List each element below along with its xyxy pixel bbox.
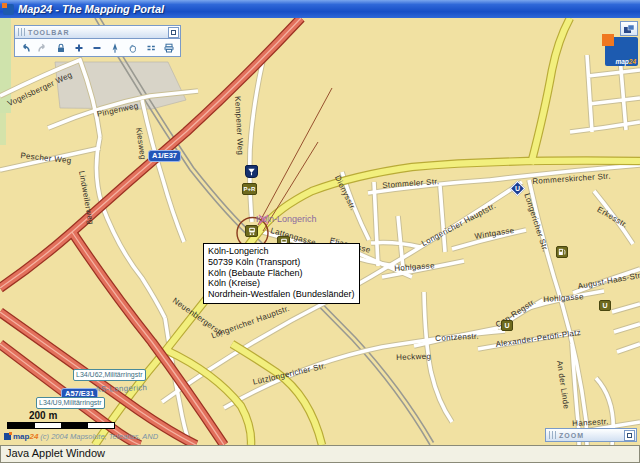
toolbar-buttons bbox=[14, 39, 181, 57]
toolbar-title: TOOLBAR bbox=[28, 29, 168, 36]
center-map-button[interactable] bbox=[107, 41, 123, 55]
subway-entrance-icon[interactable]: U bbox=[501, 320, 513, 331]
scale-label: 200 m bbox=[29, 410, 115, 421]
place-label-koeln-longerich: Köln-Longerich bbox=[256, 214, 317, 224]
map24-mini-logo bbox=[4, 433, 11, 440]
copyright: map 24 (c) 2004 Mapsolute, Teleatlas, AN… bbox=[4, 432, 158, 441]
copyright-text: (c) 2004 Mapsolute, Teleatlas, AND bbox=[40, 432, 158, 441]
logo-24-text: 24 bbox=[629, 58, 636, 65]
road-label-box: L34/U62,Militärringstr bbox=[73, 369, 146, 381]
overview-panel-button[interactable] bbox=[620, 21, 638, 36]
tooltip-line: 50739 Köln (Transport) bbox=[208, 257, 354, 268]
tooltip-line: Köln (Kreise) bbox=[208, 278, 354, 289]
toolbar-header[interactable]: TOOLBAR bbox=[14, 25, 181, 39]
drag-grip-icon[interactable] bbox=[18, 28, 25, 36]
app-icon bbox=[3, 4, 14, 15]
street-label: Heckweg bbox=[396, 352, 431, 362]
scale-bar-segments bbox=[7, 422, 115, 429]
app-window: { "window": { "title": "Map24 - The Mapp… bbox=[0, 0, 640, 463]
fuel-station-icon[interactable] bbox=[556, 246, 568, 258]
zoom-panel-title: ZOOM bbox=[559, 432, 624, 439]
map-tooltip: Köln-Longerich50739 Köln (Transport)Köln… bbox=[203, 243, 360, 304]
direction-icon[interactable] bbox=[245, 165, 258, 178]
map-viewport[interactable]: Vogelsberger WegPingenwegPescher WegLind… bbox=[0, 18, 640, 445]
zoom-out-button[interactable] bbox=[89, 41, 105, 55]
zoom-in-button[interactable] bbox=[71, 41, 87, 55]
logo-map-text: map bbox=[615, 58, 628, 65]
toolbar-collapse-button[interactable] bbox=[168, 27, 179, 38]
zoom-panel: ZOOM bbox=[545, 428, 637, 442]
redo-button[interactable] bbox=[35, 41, 51, 55]
tooltip-line: Köln-Longerich bbox=[208, 246, 354, 257]
status-text: Java Applet Window bbox=[6, 447, 105, 459]
scale-bar: 200 m bbox=[7, 410, 115, 429]
pan-hand-button[interactable] bbox=[125, 41, 141, 55]
copyright-brand-num: 24 bbox=[29, 432, 38, 441]
tooltip-line: Nordrhein-Westfalen (Bundesländer) bbox=[208, 289, 354, 300]
window-title: Map24 - The Mapping Portal bbox=[18, 3, 164, 15]
station-icon[interactable] bbox=[245, 225, 258, 237]
lock-button[interactable] bbox=[53, 41, 69, 55]
road-label-box: L34/U9,Militärringstr bbox=[36, 397, 105, 409]
street-label: AS-Longerich bbox=[95, 383, 147, 394]
street-label: Hansestr. bbox=[572, 417, 609, 428]
java-applet-status-bar: Java Applet Window bbox=[0, 445, 640, 463]
drag-grip-icon[interactable] bbox=[549, 431, 556, 439]
toolbar-panel: TOOLBAR bbox=[14, 25, 181, 57]
measure-button[interactable] bbox=[143, 41, 159, 55]
subway-entrance-icon[interactable]: U bbox=[599, 300, 611, 311]
window-titlebar[interactable]: Map24 - The Mapping Portal bbox=[0, 0, 640, 18]
undo-button[interactable] bbox=[17, 41, 33, 55]
park-and-ride-icon[interactable]: P+R bbox=[242, 183, 257, 195]
zoom-panel-header[interactable]: ZOOM bbox=[545, 428, 637, 442]
print-button[interactable] bbox=[161, 41, 177, 55]
map24-logo: map24 bbox=[605, 37, 638, 66]
motorway-shield: A1/E37 bbox=[148, 150, 181, 162]
zoom-expand-button[interactable] bbox=[624, 430, 635, 441]
copyright-brand: map bbox=[13, 432, 29, 441]
panels-icon bbox=[623, 24, 635, 34]
tooltip-line: Köln (Bebaute Flächen) bbox=[208, 268, 354, 279]
